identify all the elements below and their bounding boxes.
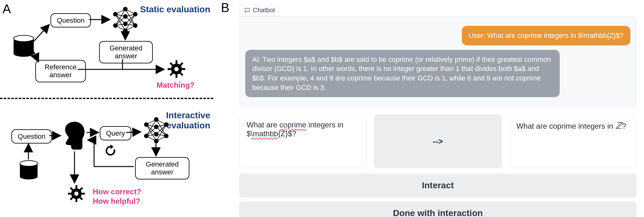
panel-a: A Static evaluation Question Reference a… (0, 0, 221, 217)
svg-point-29 (123, 21, 128, 26)
svg-point-25 (113, 12, 117, 16)
svg-point-27 (123, 7, 128, 11)
gear-icon-2 (68, 185, 85, 204)
svg-point-68 (144, 134, 148, 138)
chat-icon (244, 7, 250, 14)
chat-area: User: What are coprime integers in $\mat… (239, 16, 636, 107)
svg-point-32 (133, 23, 137, 28)
svg-point-50 (20, 161, 38, 166)
question-node-static: Question (51, 13, 91, 27)
how-correct-label: How correct? (93, 187, 141, 196)
panel-b-label: B (221, 1, 230, 15)
arrow-card: --> (374, 114, 501, 168)
done-button[interactable]: Done with interaction (239, 202, 636, 217)
svg-rect-35 (176, 74, 177, 78)
svg-rect-78 (68, 193, 71, 195)
svg-point-84 (74, 191, 78, 196)
panel-b: B Chatbot User: What are coprime integer… (221, 0, 644, 217)
chatbot-tab-label: Chatbot (253, 7, 275, 14)
svg-point-72 (154, 139, 158, 143)
panel-a-arrows (0, 0, 221, 217)
generated-answer-node-static: Generated answer (99, 41, 153, 63)
svg-point-49 (20, 174, 38, 179)
svg-point-30 (123, 28, 128, 33)
generated-answer-node-interactive: Generated answer (135, 157, 189, 179)
svg-point-69 (154, 117, 158, 122)
svg-point-67 (144, 122, 148, 127)
gear-icon-1 (167, 60, 186, 79)
question-node-interactive: Question (11, 129, 52, 144)
panel-a-divider (0, 98, 213, 99)
how-helpful-label: How helpful? (93, 197, 140, 206)
svg-rect-34 (176, 60, 177, 63)
panel-a-label: A (3, 2, 11, 16)
database-icon-2 (19, 160, 39, 184)
blackboard-z-icon: ℤ (615, 121, 622, 131)
svg-point-42 (174, 67, 179, 71)
svg-rect-36 (168, 68, 171, 70)
ai-message-bubble: AI: Two integers $a$ and $b$ are said to… (245, 50, 560, 97)
svg-point-31 (133, 12, 137, 16)
svg-point-73 (164, 122, 168, 127)
svg-rect-76 (75, 185, 77, 188)
svg-rect-37 (182, 68, 185, 70)
svg-point-74 (164, 134, 168, 138)
loop-icon (104, 144, 117, 158)
query-node: Query (100, 126, 131, 140)
svg-line-85 (33, 25, 49, 42)
static-eval-title: Static evaluation (140, 4, 210, 15)
svg-point-71 (154, 132, 158, 136)
reference-answer-node: Reference answer (35, 60, 86, 82)
svg-point-70 (154, 125, 158, 129)
transform-row: What are coprime integers in $\mathbb{Z}… (239, 114, 636, 168)
svg-point-26 (113, 23, 117, 28)
svg-rect-77 (75, 199, 77, 202)
interact-button[interactable]: Interact (239, 174, 636, 197)
chatbot-tab[interactable]: Chatbot (239, 4, 280, 16)
svg-point-6 (14, 50, 34, 57)
input-rendered-card: What are coprime integers in ℤ? (509, 114, 636, 168)
arrow-text: --> (433, 137, 443, 146)
human-head-icon (62, 121, 86, 153)
squiggly-word-1: coprime (279, 120, 306, 129)
neural-net-icon-1 (111, 6, 140, 35)
neural-net-icon-2 (142, 116, 170, 146)
database-icon-1 (13, 35, 35, 61)
svg-point-28 (123, 14, 128, 19)
svg-rect-79 (82, 193, 85, 195)
matching-label: Matching? (157, 81, 194, 90)
user-message-bubble: User: What are coprime integers in $\mat… (462, 26, 630, 45)
input-raw-card[interactable]: What are coprime integers in $\mathbb{Z}… (239, 114, 367, 168)
squiggly-word-2: \mathbb (251, 129, 278, 138)
